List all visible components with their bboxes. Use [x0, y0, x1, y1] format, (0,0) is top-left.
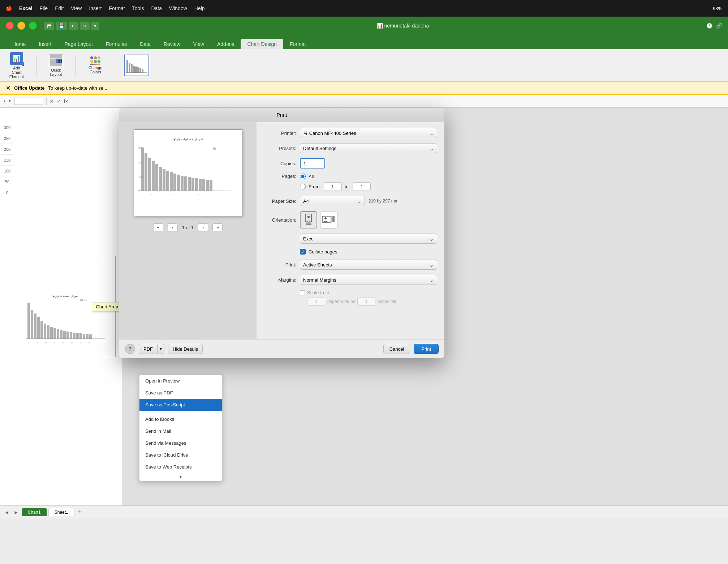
presets-select[interactable]: Default Settings ⌄	[300, 143, 437, 153]
copies-input[interactable]	[300, 158, 325, 168]
toolbar-btn-2[interactable]: 💾	[56, 22, 67, 30]
pdf-menu-send-messages[interactable]: Send via Messages	[139, 437, 222, 449]
pages-all-radio[interactable]	[300, 174, 306, 179]
help-button[interactable]: ?	[125, 344, 135, 354]
nav-prev-btn[interactable]: ‹	[168, 223, 178, 231]
print-select[interactable]: Active Sheets ⌄	[300, 260, 437, 270]
edit-menu[interactable]: Edit	[55, 5, 64, 11]
pdf-menu-open-preview[interactable]: Open in Preview	[139, 375, 222, 387]
scroll-down-btn[interactable]: ▼	[8, 99, 12, 103]
pdf-button[interactable]: PDF	[139, 344, 158, 354]
presets-arrow-icon: ⌄	[429, 145, 434, 152]
window-menu[interactable]: Window	[169, 5, 187, 11]
pdf-menu-save-icloud[interactable]: Save to iCloud Drive	[139, 449, 222, 461]
chart-style-thumbnail[interactable]	[124, 55, 149, 76]
pages-wide-input[interactable]	[307, 298, 325, 306]
sheet-nav-prev[interactable]: ◄	[3, 509, 11, 515]
svg-text:--: --	[169, 193, 171, 196]
add-chart-element-btn[interactable]: 📊 + Add Chart Element	[6, 51, 27, 80]
quick-layout-btn[interactable]: Quick Layout	[45, 53, 67, 78]
tab-format[interactable]: Format	[283, 39, 312, 49]
paper-size-select[interactable]: A4 ⌄	[300, 196, 365, 206]
pages-from-radio[interactable]	[300, 184, 306, 189]
add-sheet-button[interactable]: +	[76, 508, 83, 516]
cancel-button[interactable]: Cancel	[383, 344, 410, 354]
tab-data[interactable]: Data	[133, 39, 157, 49]
svg-rect-54	[184, 176, 187, 191]
svg-rect-50	[170, 172, 173, 191]
sheet-tab-chart1[interactable]: Chart1	[22, 508, 47, 516]
printer-arrow-icon: ⌄	[429, 130, 434, 137]
view-menu[interactable]: View	[71, 5, 82, 11]
landscape-btn[interactable]	[320, 211, 337, 228]
copies-label: Copies:	[264, 161, 296, 166]
close-button[interactable]	[6, 22, 14, 30]
nav-last-btn[interactable]: »	[212, 223, 223, 231]
notification-close-icon[interactable]: ✕	[6, 85, 10, 91]
file-menu[interactable]: File	[40, 5, 48, 11]
presets-label: Presets:	[264, 146, 296, 151]
apple-menu[interactable]: 🍎	[6, 5, 12, 11]
tab-formulas[interactable]: Formulas	[99, 39, 133, 49]
pdf-menu-save-web[interactable]: Save to Web Receipts	[139, 461, 222, 473]
toolbar-btn-1[interactable]: ⬒	[44, 22, 54, 30]
tab-chart-design[interactable]: Chart Design	[241, 39, 283, 49]
preview-pane: نمودار حسابیات وارتها	[119, 122, 257, 339]
redo-button[interactable]: ↪	[80, 22, 90, 30]
help-menu[interactable]: Help	[194, 5, 205, 11]
confirm-formula-icon[interactable]: ✓	[57, 98, 61, 104]
svg-rect-13	[37, 317, 40, 339]
excel-dropdown-row: Excel ⌄	[264, 234, 437, 244]
pdf-menu-add-ibooks[interactable]: Add to iBooks	[139, 413, 222, 425]
svg-rect-24	[73, 333, 76, 339]
pdf-dropdown-button[interactable]: ▾	[158, 344, 164, 354]
margins-select[interactable]: Normal Margins ⌄	[300, 275, 437, 285]
format-menu-os[interactable]: Format	[109, 5, 125, 11]
printer-select[interactable]: 🖨 Canon MF4400 Series ⌄	[300, 128, 437, 138]
customize-btn[interactable]: ▾	[91, 22, 99, 30]
sheet-tab-sheet1[interactable]: Sheet1	[48, 508, 74, 516]
portrait-btn[interactable]	[300, 211, 317, 228]
pdf-menu-save-pdf[interactable]: Save as PDF	[139, 387, 222, 399]
undo-button[interactable]: ↩	[69, 22, 78, 30]
svg-rect-60	[206, 180, 209, 191]
pdf-menu-save-postscript[interactable]: Save as PostScript	[139, 399, 222, 411]
tab-view[interactable]: View	[187, 39, 211, 49]
collate-checkbox[interactable]: ✓	[300, 249, 306, 255]
scale-checkbox[interactable]	[300, 290, 305, 295]
nav-next-btn[interactable]: ›	[198, 223, 208, 231]
tools-menu[interactable]: Tools	[132, 5, 144, 11]
pdf-menu-send-mail[interactable]: Send in Mail	[139, 425, 222, 437]
nav-first-btn[interactable]: «	[153, 223, 163, 231]
app-name-menu[interactable]: Excel	[19, 5, 33, 11]
insert-menu[interactable]: Insert	[89, 5, 102, 11]
tab-review[interactable]: Review	[157, 39, 187, 49]
excel-select[interactable]: Excel ⌄	[300, 234, 437, 244]
tab-addins[interactable]: Add-ins	[211, 39, 241, 49]
to-input[interactable]	[353, 182, 371, 191]
svg-rect-58	[199, 179, 202, 191]
formula-icon[interactable]: fx	[64, 98, 68, 104]
from-input[interactable]	[324, 182, 342, 191]
svg-rect-59	[202, 179, 205, 191]
svg-text:--: --	[54, 341, 55, 343]
print-button[interactable]: Print	[414, 344, 439, 354]
hide-details-button[interactable]: Hide Details	[168, 344, 203, 354]
formula-separator	[46, 98, 47, 105]
pdf-dropdown-scroll-icon: ▼	[139, 473, 222, 481]
pages-tall-input[interactable]	[357, 298, 375, 306]
row-50: 50	[0, 176, 14, 187]
tab-home[interactable]: Home	[6, 39, 32, 49]
minimize-button[interactable]	[17, 22, 25, 30]
tab-page-layout[interactable]: Page Layout	[58, 39, 99, 49]
scroll-up-btn[interactable]: ▲	[3, 99, 7, 103]
sheet-nav-next[interactable]: ►	[12, 509, 20, 515]
change-colors-btn[interactable]: Change Colors	[85, 55, 106, 76]
cancel-formula-icon[interactable]: ✕	[49, 98, 54, 104]
tab-insert[interactable]: Insert	[32, 39, 58, 49]
data-menu[interactable]: Data	[151, 5, 162, 11]
name-box[interactable]	[14, 98, 43, 105]
row-150: 150	[0, 155, 14, 166]
fullscreen-button[interactable]	[29, 22, 37, 30]
chart-preview-box[interactable]: نمودار حسابیات وارتها	[22, 256, 116, 357]
